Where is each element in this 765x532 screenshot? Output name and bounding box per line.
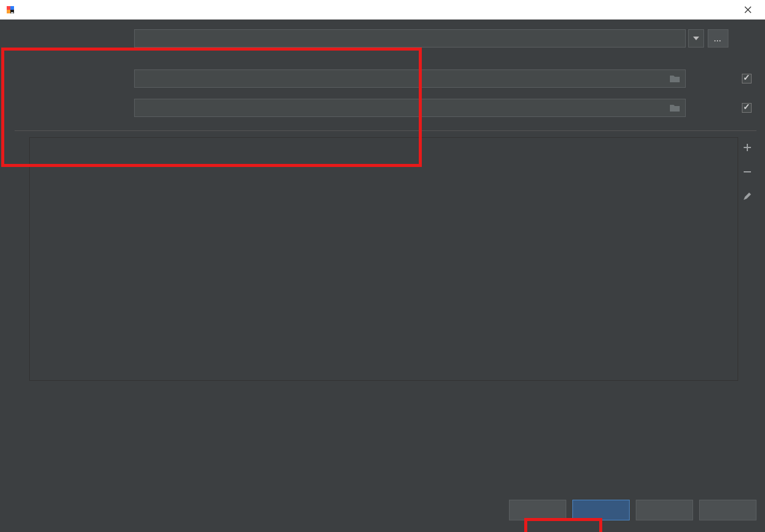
local-repo-input[interactable]: [134, 99, 664, 117]
local-repo-field-wrap: [134, 99, 686, 117]
cancel-button[interactable]: [636, 500, 693, 520]
edit-property-button[interactable]: [741, 190, 754, 203]
previous-button[interactable]: [509, 500, 566, 520]
window-titlebar: [0, 0, 765, 20]
close-window-button[interactable]: [736, 1, 760, 18]
user-settings-override-checkbox-wrap[interactable]: [742, 74, 756, 83]
properties-toolbar: [738, 137, 756, 381]
maven-home-browse-button[interactable]: …: [708, 29, 728, 48]
help-button[interactable]: [699, 500, 756, 520]
dialog-client: …: [0, 20, 765, 532]
local-repo-browse-button[interactable]: [664, 99, 686, 117]
properties-table[interactable]: [29, 137, 738, 381]
svg-rect-0: [7, 6, 10, 10]
svg-rect-4: [11, 12, 13, 13]
local-repo-override-checkbox-wrap[interactable]: [742, 103, 756, 113]
properties-header: [9, 129, 756, 131]
user-settings-browse-button[interactable]: [664, 69, 686, 88]
maven-settings-form: …: [9, 29, 756, 117]
svg-rect-2: [7, 10, 10, 13]
user-settings-override-checkbox[interactable]: [742, 74, 752, 83]
properties-header-divider: [15, 130, 756, 131]
maven-home-input[interactable]: [134, 29, 686, 48]
maven-home-dropdown-button[interactable]: [688, 29, 704, 48]
add-property-button[interactable]: [741, 141, 754, 154]
intellij-logo-icon: [5, 4, 16, 15]
properties-section: [9, 129, 756, 381]
maven-home-controls: …: [688, 29, 728, 48]
user-settings-input[interactable]: [134, 69, 664, 88]
next-button[interactable]: [572, 500, 630, 520]
maven-home-field-wrap: [134, 29, 686, 48]
local-repo-override-checkbox[interactable]: [742, 103, 752, 113]
remove-property-button[interactable]: [741, 165, 754, 179]
svg-rect-1: [10, 6, 14, 10]
properties-container: [29, 137, 756, 381]
user-settings-field-wrap: [134, 69, 686, 88]
dialog-footer: [0, 498, 756, 522]
